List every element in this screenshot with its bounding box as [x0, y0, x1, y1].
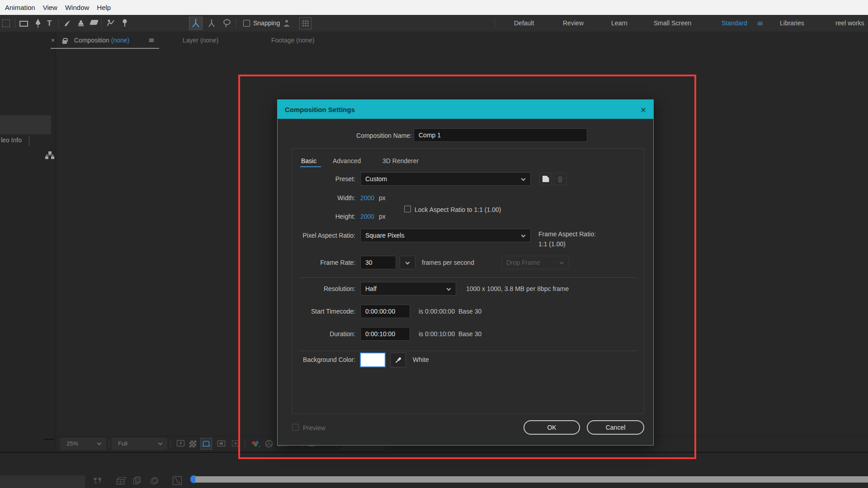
composition-none-value: (none)	[111, 37, 129, 44]
rectangle-tool-icon[interactable]	[19, 21, 28, 27]
clone-stamp-tool-icon[interactable]	[77, 19, 85, 29]
resolution-dropdown[interactable]: Full	[112, 438, 167, 450]
workspace-tab-libraries[interactable]: Libraries	[780, 15, 804, 32]
pen-tool-icon[interactable]	[34, 19, 42, 30]
timeline-field[interactable]	[0, 475, 85, 488]
workspace-tab-small-screen[interactable]: Small Screen	[654, 15, 691, 32]
playhead[interactable]	[190, 475, 195, 483]
snapping-label: Snapping	[253, 15, 280, 32]
tool-bar: T Snapping Default Review Learn Small Sc…	[0, 15, 868, 32]
workspace-tab-learn[interactable]: Learn	[611, 15, 627, 32]
menu-view[interactable]: View	[43, 4, 57, 11]
workspace-menu-icon[interactable]: ≡	[757, 15, 763, 32]
panel-menu-icon[interactable]: ≡	[148, 36, 154, 44]
eraser-tool-icon[interactable]	[90, 20, 99, 25]
grid-icon[interactable]	[299, 17, 311, 29]
axis-mode-local-icon[interactable]	[189, 17, 203, 30]
roto-brush-tool-icon[interactable]	[106, 19, 115, 29]
puppet-pin-tool-icon[interactable]	[121, 19, 128, 29]
motion-blur-icon[interactable]	[150, 476, 160, 488]
close-tab-icon[interactable]: ×	[51, 37, 55, 44]
tab-footage[interactable]: Footage (none)	[271, 37, 315, 44]
brush-tool-icon[interactable]	[63, 19, 71, 29]
home-icon[interactable]	[2, 19, 10, 27]
lasso-icon[interactable]	[222, 19, 231, 30]
menu-animation[interactable]: Animation	[5, 4, 35, 11]
frame-blending-icon[interactable]	[132, 476, 142, 488]
lock-icon[interactable]	[62, 37, 67, 44]
comp-flowchart-icon[interactable]	[93, 476, 104, 488]
draft-3d-icon[interactable]	[116, 476, 126, 488]
snapping-checkbox[interactable]	[243, 20, 250, 27]
workspace-tab-default[interactable]: Default	[514, 15, 534, 32]
workspace-tab-review[interactable]: Review	[563, 15, 584, 32]
graph-editor-icon[interactable]	[172, 476, 183, 488]
type-tool-icon[interactable]: T	[47, 19, 52, 28]
workspace-tab-standard[interactable]: Standard	[722, 15, 747, 32]
region-of-interest-icon[interactable]	[200, 438, 212, 450]
after-effects-window: Animation View Window Help T Snapping De…	[0, 0, 868, 488]
panel-button[interactable]	[0, 115, 51, 134]
flowchart-icon[interactable]	[44, 150, 55, 163]
left-panel: leo Info	[0, 32, 56, 452]
person-icon[interactable]	[282, 19, 291, 30]
tab-composition[interactable]: Composition (none)	[74, 37, 129, 44]
workspace-tab-reel-works[interactable]: reel works	[835, 15, 864, 32]
info-panel-tab[interactable]: leo Info	[1, 136, 22, 144]
menu-help[interactable]: Help	[97, 4, 111, 11]
axis-mode-world-icon[interactable]	[207, 19, 217, 30]
guides-icon[interactable]	[217, 439, 226, 450]
zoom-dropdown[interactable]: 25%	[60, 438, 106, 450]
transparency-grid-icon[interactable]	[189, 441, 196, 447]
menu-window[interactable]: Window	[65, 4, 89, 11]
annotation-rectangle	[238, 75, 696, 459]
menu-bar: Animation View Window Help	[0, 0, 868, 15]
snapshot-icon[interactable]	[176, 439, 186, 450]
timeline-scrollbar[interactable]	[195, 476, 868, 483]
active-tab-underline	[51, 48, 159, 49]
tab-layer[interactable]: Layer (none)	[183, 37, 218, 44]
